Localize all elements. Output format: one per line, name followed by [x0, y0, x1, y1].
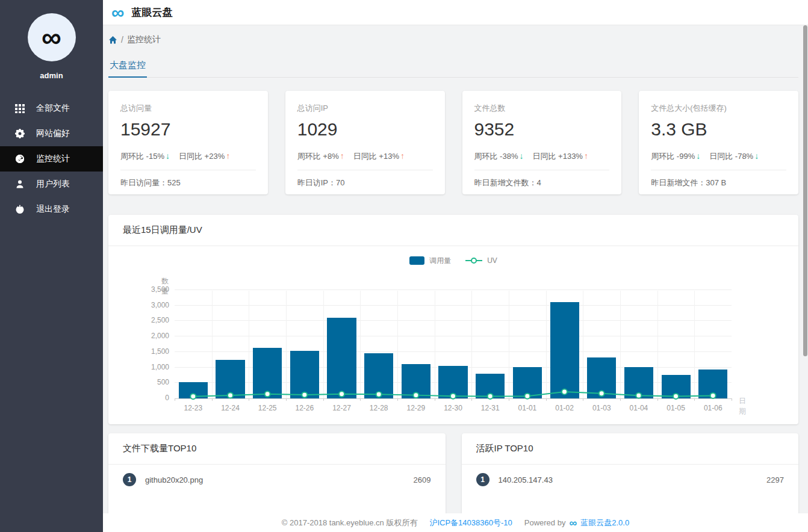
username-label: admin — [0, 71, 103, 80]
divider — [297, 170, 433, 170]
stat-value: 3.3 GB — [651, 119, 786, 140]
stat-label: 总访问量 — [120, 103, 256, 114]
panel-top-ips: 活跃IP TOP10 1 140.205.147.43 2297 — [462, 433, 799, 515]
x-tick-label: 12-29 — [397, 404, 435, 412]
panel-top-downloads: 文件下载量TOP10 1 github20x20.png 2609 — [108, 433, 446, 515]
content: / 监控统计 大盘监控 总访问量 15927 周环比 -15%↓ 日同比 +23… — [103, 34, 808, 515]
x-tick-label: 01-02 — [546, 404, 583, 412]
x-tick-label: 01-03 — [583, 404, 620, 412]
axis-tick — [620, 398, 621, 401]
trend-arrow-icon: ↓ — [519, 151, 523, 161]
trend-arrow-icon: ↑ — [584, 151, 588, 161]
sidebar-item-monitor-stats[interactable]: 监控统计 — [0, 146, 103, 172]
stat-label: 文件总大小(包括缓存) — [651, 103, 786, 114]
x-tick-label: 12-28 — [360, 404, 397, 412]
sidebar-item-user-list[interactable]: 用户列表 — [0, 172, 103, 197]
x-tick-label: 12-25 — [249, 404, 286, 412]
stat-card-total-ip: 总访问IP 1029 周环比 +8%↑ 日同比 +13%↑ 昨日访IP：70 — [285, 91, 445, 194]
stat-trends: 周环比 +8%↑ 日同比 +13%↑ — [297, 151, 433, 162]
chart-plot-area[interactable]: 05001,0001,5002,0002,5003,0003,500 — [175, 291, 732, 399]
uv-data-point[interactable] — [190, 394, 196, 399]
x-tick-label: 12-23 — [175, 404, 212, 412]
axis-tick — [509, 398, 509, 401]
axis-tick — [583, 398, 583, 401]
trend-arrow-icon: ↓ — [696, 151, 700, 161]
stat-footnote: 昨日新增文件：307 B — [651, 178, 786, 188]
uv-data-point[interactable] — [636, 393, 641, 398]
week-trend: 周环比 -15%↓ — [120, 151, 170, 162]
x-tick-label: 12-24 — [212, 404, 249, 412]
x-axis-name: 日期 — [739, 396, 746, 416]
axis-tick — [212, 398, 213, 401]
list-item[interactable]: 1 140.205.147.43 2297 — [462, 465, 799, 495]
uv-data-point[interactable] — [376, 392, 382, 397]
product-link[interactable]: 蓝眼云盘2.0.0 — [580, 518, 629, 528]
gear-icon — [14, 129, 25, 139]
stat-footnote: 昨日新增文件数：4 — [474, 178, 610, 188]
home-icon[interactable] — [108, 36, 117, 45]
uv-data-point[interactable] — [710, 393, 716, 398]
y-tick-label: 3,000 — [151, 301, 169, 309]
sidebar-item-site-preference[interactable]: 网站偏好 — [0, 121, 103, 146]
sidebar-item-label: 全部文件 — [36, 103, 70, 114]
sidebar-item-all-files[interactable]: 全部文件 — [0, 96, 103, 121]
uv-data-point[interactable] — [562, 389, 567, 395]
power-icon — [14, 205, 25, 215]
x-tick-label: 12-30 — [435, 404, 472, 412]
trend-arrow-icon: ↑ — [400, 151, 405, 161]
week-trend: 周环比 +8%↑ — [297, 151, 344, 162]
uv-data-point[interactable] — [228, 392, 233, 398]
dashboard-icon — [14, 154, 25, 164]
axis-tick — [323, 398, 324, 401]
stat-trends: 周环比 -99%↓ 日同比 -78%↓ — [651, 151, 786, 162]
uv-data-point[interactable] — [599, 391, 604, 396]
tab-dashboard-monitor[interactable]: 大盘监控 — [108, 57, 147, 78]
week-trend: 周环比 -38%↓ — [474, 151, 524, 162]
stat-label: 文件总数 — [474, 103, 610, 114]
footer: © 2017-2018 tank.eyeblue.cn 版权所有 沪ICP备14… — [103, 513, 808, 532]
uv-data-point[interactable] — [524, 394, 530, 399]
y-tick-label: 1,000 — [151, 363, 169, 371]
axis-tick — [360, 398, 361, 401]
trend-arrow-icon: ↑ — [226, 151, 230, 161]
icp-link[interactable]: 沪ICP备14038360号-10 — [429, 518, 512, 528]
uv-data-point[interactable] — [302, 392, 307, 398]
uv-data-point[interactable] — [673, 394, 679, 399]
sidebar-item-logout[interactable]: 退出登录 — [0, 197, 103, 222]
y-tick-label: 3,500 — [151, 285, 169, 294]
axis-tick — [286, 398, 287, 401]
legend-item-line[interactable]: UV — [465, 256, 497, 265]
divider — [474, 170, 610, 170]
top10-panels: 文件下载量TOP10 1 github20x20.png 2609 活跃IP T… — [108, 433, 798, 515]
uv-data-point[interactable] — [339, 391, 344, 397]
file-name: github20x20.png — [145, 475, 203, 484]
uv-data-point[interactable] — [265, 391, 270, 397]
grid-icon — [14, 104, 25, 114]
uv-data-point[interactable] — [413, 392, 418, 398]
axis-tick — [249, 398, 249, 401]
x-tick-label: 12-27 — [323, 404, 361, 412]
gridline — [175, 289, 732, 290]
stat-footnote: 昨日访问量：525 — [120, 178, 256, 188]
stat-value: 1029 — [297, 119, 433, 140]
stat-label: 总访问IP — [297, 103, 433, 114]
axis-tick — [657, 398, 658, 401]
uv-data-point[interactable] — [488, 394, 493, 399]
list-item[interactable]: 1 github20x20.png 2609 — [108, 465, 446, 495]
axis-tick — [471, 398, 472, 401]
legend-item-bar[interactable]: 调用量 — [409, 256, 451, 266]
trend-arrow-icon: ↓ — [166, 151, 170, 161]
axis-tick — [175, 398, 175, 401]
sidebar-item-label: 网站偏好 — [36, 128, 70, 139]
sidebar-item-label: 监控统计 — [36, 153, 70, 164]
breadcrumb: / 监控统计 — [108, 34, 798, 45]
sidebar-menu: 全部文件 网站偏好 监控统计 用户列表 — [0, 96, 103, 222]
avatar[interactable]: ∞ — [28, 13, 76, 61]
line-marker-icon — [465, 260, 482, 261]
sidebar-item-label: 用户列表 — [36, 179, 70, 190]
uv-data-point[interactable] — [450, 394, 456, 399]
uv-line-series — [175, 291, 732, 398]
x-tick-label: 01-01 — [509, 404, 546, 412]
user-profile: ∞ admin — [0, 0, 103, 80]
vertical-scrollbar[interactable] — [803, 25, 807, 356]
